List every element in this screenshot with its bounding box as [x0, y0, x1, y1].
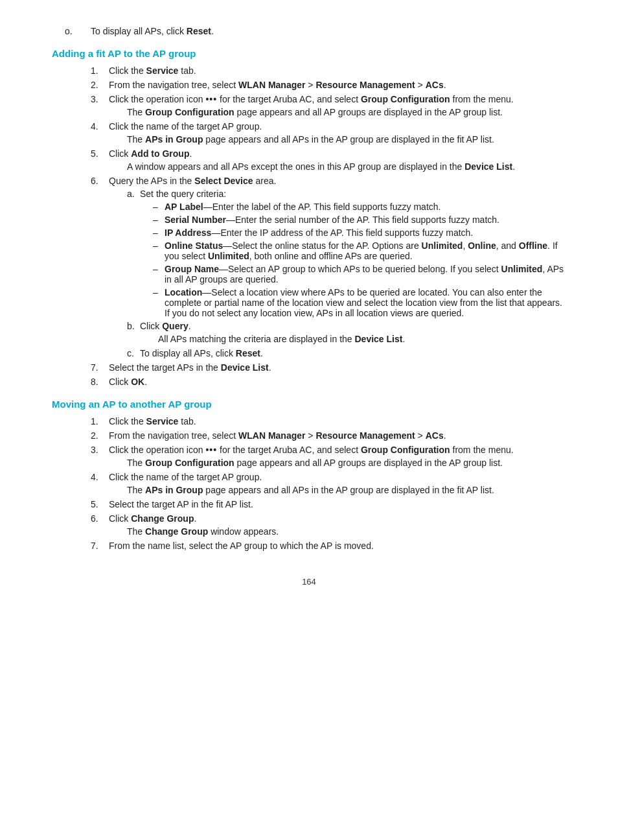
section2-step6-note: The Change Group window appears. [127, 526, 566, 537]
section1-step6c: To display all APs, click Reset. [127, 348, 566, 358]
operation-icon-1: ••• [205, 94, 217, 104]
criteria-group-name: Group Name—Select an AP group to which A… [153, 264, 566, 285]
section1-step2: From the navigation tree, select WLAN Ma… [91, 80, 566, 90]
intro-text-o: To display all APs, click Reset. [91, 26, 214, 36]
criteria-ip-address: IP Address—Enter the IP address of the A… [153, 228, 566, 238]
section1-step5: Click Add to Group. A window appears and… [91, 148, 566, 172]
section1-step6-alpha: Set the query criteria: AP Label—Enter t… [127, 189, 566, 358]
operation-icon-2: ••• [205, 445, 217, 455]
section1-step8: Click OK. [91, 377, 566, 387]
section2-step4-note: The APs in Group page appears and all AP… [127, 485, 566, 495]
section1-step6a: Set the query criteria: AP Label—Enter t… [127, 189, 566, 318]
section2-step5: Select the target AP in the fit AP list. [91, 499, 566, 509]
section1-step4: Click the name of the target AP group. T… [91, 121, 566, 145]
section1-step6b: Click Query. All APs matching the criter… [127, 321, 566, 344]
criteria-list: AP Label—Enter the label of the AP. This… [153, 202, 566, 318]
section1-step3: Click the operation icon ••• for the tar… [91, 94, 566, 117]
section2-step7: From the name list, select the AP group … [91, 541, 566, 551]
section1-step5-note: A window appears and all APs except the … [127, 161, 566, 172]
section1-step6b-note: All APs matching the criteria are displa… [158, 334, 566, 344]
criteria-location: Location—Select a location view where AP… [153, 287, 566, 318]
section1-list: Click the Service tab. From the navigati… [91, 65, 566, 387]
section2-step1: Click the Service tab. [91, 416, 566, 426]
section1-step6: Query the APs in the Select Device area.… [91, 176, 566, 358]
intro-label-o: o. [65, 26, 73, 36]
section2-step2: From the navigation tree, select WLAN Ma… [91, 430, 566, 441]
criteria-ap-label: AP Label—Enter the label of the AP. This… [153, 202, 566, 212]
criteria-online-status: Online Status—Select the online status f… [153, 240, 566, 261]
section1-step7: Select the target APs in the Device List… [91, 362, 566, 373]
section2-step4: Click the name of the target AP group. T… [91, 472, 566, 495]
section2-list: Click the Service tab. From the navigati… [91, 416, 566, 551]
criteria-serial-number: Serial Number—Enter the serial number of… [153, 215, 566, 225]
section2-step3-note: The Group Configuration page appears and… [127, 458, 566, 468]
section2-step3: Click the operation icon ••• for the tar… [91, 445, 566, 468]
section2-heading: Moving an AP to another AP group [52, 399, 566, 410]
section1-heading: Adding a fit AP to the AP group [52, 48, 566, 59]
intro-item-o: o. To display all APs, click Reset. [91, 26, 566, 36]
section1-step1: Click the Service tab. [91, 65, 566, 76]
section2-step6: Click Change Group. The Change Group win… [91, 513, 566, 537]
page-number: 164 [52, 577, 566, 587]
section1-step3-note: The Group Configuration page appears and… [127, 107, 566, 117]
section1-step4-note: The APs in Group page appears and all AP… [127, 134, 566, 145]
